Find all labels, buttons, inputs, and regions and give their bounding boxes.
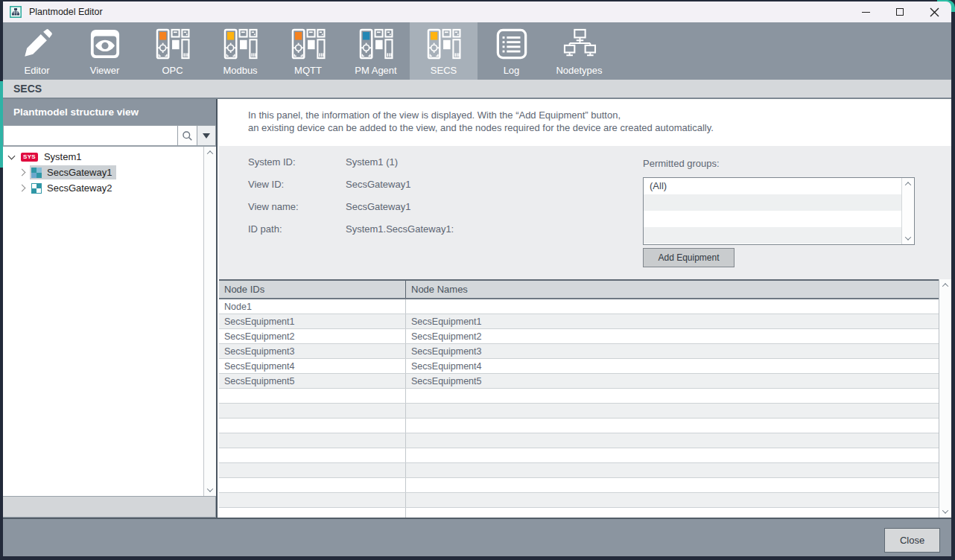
chevron-down-icon[interactable] — [8, 152, 16, 159]
table-row[interactable] — [219, 463, 939, 478]
cell-node-name[interactable]: SecsEquipment1 — [406, 314, 939, 328]
minimize-button[interactable] — [848, 1, 883, 22]
cell-node-id[interactable]: SecsEquipment3 — [219, 344, 406, 358]
cell-node-name[interactable] — [406, 448, 939, 462]
dialog-footer: Close — [3, 518, 951, 556]
scroll-down-button[interactable] — [204, 484, 216, 496]
scroll-up-button[interactable] — [939, 279, 951, 291]
cell-node-name[interactable]: SecsEquipment2 — [406, 329, 939, 343]
table-row[interactable] — [219, 493, 939, 508]
cell-node-name[interactable] — [406, 493, 939, 507]
cell-node-name[interactable] — [406, 463, 939, 477]
cell-node-id[interactable] — [219, 508, 406, 518]
toolbar-label: Modbus — [223, 65, 257, 76]
toolbar-item-editor[interactable]: Editor — [3, 22, 71, 80]
cell-node-id[interactable]: SecsEquipment1 — [219, 314, 406, 328]
listbox-scrollbar[interactable] — [901, 178, 914, 244]
table-row[interactable] — [219, 389, 939, 404]
scroll-down-button[interactable] — [902, 232, 914, 244]
tree-item-secsgateway2[interactable]: SecsGateway2 — [3, 180, 203, 196]
add-equipment-button[interactable]: Add Equipment — [643, 248, 735, 267]
cell-node-name[interactable] — [406, 404, 939, 418]
maximize-button[interactable] — [883, 1, 917, 22]
table-row[interactable]: SecsEquipment3SecsEquipment3 — [219, 344, 939, 359]
tree-selection[interactable]: SecsGateway1 — [30, 165, 116, 179]
table-row[interactable]: SecsEquipment4SecsEquipment4 — [219, 359, 939, 374]
permitted-group-option[interactable] — [644, 211, 914, 227]
cell-node-name[interactable]: SecsEquipment5 — [406, 374, 939, 388]
cell-node-id[interactable] — [219, 433, 406, 448]
permitted-group-option[interactable] — [644, 194, 914, 211]
cell-node-id[interactable]: SecsEquipment4 — [219, 359, 406, 373]
table-scrollbar[interactable] — [939, 279, 951, 518]
cell-node-name[interactable] — [406, 508, 939, 518]
table-row[interactable] — [219, 404, 939, 419]
table-row[interactable]: SecsEquipment1SecsEquipment1 — [219, 314, 939, 329]
cell-node-id[interactable] — [219, 448, 406, 462]
table-row[interactable]: SecsEquipment5SecsEquipment5 — [219, 374, 939, 389]
cell-node-id[interactable] — [219, 389, 406, 403]
close-window-button[interactable] — [917, 1, 951, 22]
toolbar-item-viewer[interactable]: Viewer — [71, 22, 139, 80]
cell-node-id[interactable] — [219, 478, 406, 492]
cell-node-name[interactable]: SecsEquipment4 — [406, 359, 939, 373]
toolbar-item-pm-agent[interactable]: PM Agent — [342, 22, 410, 80]
scroll-up-button[interactable] — [204, 147, 216, 159]
table-row[interactable]: Node1 — [219, 299, 939, 314]
tree-scrollbar[interactable] — [203, 147, 216, 496]
structure-view-footer — [3, 496, 216, 518]
chevron-right-icon[interactable] — [19, 169, 26, 176]
toolbar-label: Viewer — [90, 65, 120, 76]
tree-selection[interactable]: SecsGateway2 — [30, 181, 116, 195]
cell-node-id[interactable] — [219, 463, 406, 477]
table-row[interactable]: SecsEquipment2SecsEquipment2 — [219, 329, 939, 344]
cell-node-name[interactable] — [406, 419, 939, 433]
cell-node-name[interactable] — [406, 433, 939, 448]
chevron-right-icon[interactable] — [19, 185, 26, 192]
cell-node-name[interactable] — [406, 478, 939, 492]
toolbar-item-modbus[interactable]: Modbus — [206, 22, 274, 80]
search-filter-button[interactable] — [197, 125, 216, 146]
close-button[interactable]: Close — [884, 528, 940, 553]
cell-node-id[interactable]: SecsEquipment2 — [219, 329, 406, 343]
toolbar-label: Log — [504, 65, 520, 76]
column-header-node-ids[interactable]: Node IDs — [219, 281, 406, 298]
toolbar-item-opc[interactable]: OPC — [139, 22, 206, 80]
tree-item-system1[interactable]: SYS System1 — [3, 149, 203, 165]
search-button[interactable] — [177, 125, 197, 146]
node-table-body: Node1SecsEquipment1SecsEquipment1SecsEqu… — [219, 299, 939, 518]
tree-item-label[interactable]: System1 — [44, 151, 82, 162]
cell-node-id[interactable] — [219, 419, 406, 433]
scroll-down-button[interactable] — [939, 506, 951, 518]
cell-node-name[interactable]: SecsEquipment3 — [406, 344, 939, 358]
tree-item-label[interactable]: SecsGateway1 — [47, 167, 112, 178]
search-input[interactable] — [3, 125, 177, 146]
cell-node-name[interactable] — [406, 299, 939, 314]
permitted-group-option[interactable]: (All) — [644, 178, 914, 194]
table-row[interactable] — [219, 478, 939, 493]
table-row[interactable] — [219, 508, 939, 518]
cell-node-id[interactable] — [219, 493, 406, 507]
cell-node-id[interactable]: SecsEquipment5 — [219, 374, 406, 388]
cell-node-name[interactable] — [406, 389, 939, 403]
table-row[interactable] — [219, 419, 939, 433]
column-header-node-names[interactable]: Node Names — [406, 281, 939, 298]
permitted-groups-listbox[interactable]: (All) — [643, 177, 915, 245]
table-row[interactable] — [219, 448, 939, 463]
table-row[interactable] — [219, 433, 939, 448]
cell-node-id[interactable]: Node1 — [219, 299, 406, 314]
device-icon — [427, 28, 461, 60]
cell-node-id[interactable] — [219, 404, 406, 418]
toolbar-item-secs[interactable]: SECS — [410, 22, 478, 80]
system-id-label: System ID: — [248, 156, 346, 168]
toolbar-item-mqtt[interactable]: MQTT — [274, 22, 342, 80]
toolbar-item-nodetypes[interactable]: Nodetypes — [545, 22, 613, 80]
scroll-up-button[interactable] — [902, 178, 914, 190]
toolbar-item-log[interactable]: Log — [478, 22, 545, 80]
tree-item-label[interactable]: SecsGateway2 — [47, 182, 112, 194]
view-form: System ID: System1 (1) View ID: SecsGate… — [219, 146, 951, 279]
tree-item-secsgateway1[interactable]: SecsGateway1 — [3, 165, 203, 180]
view-name-label: View name: — [248, 201, 346, 213]
permitted-groups-rows: (All) — [644, 178, 914, 244]
permitted-group-option[interactable] — [644, 227, 914, 244]
